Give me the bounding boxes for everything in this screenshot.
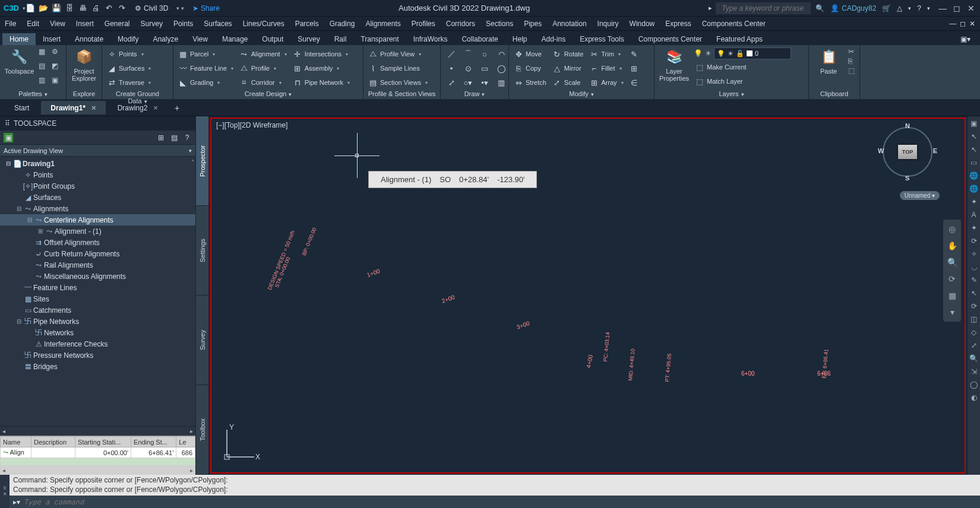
rt-icon-15[interactable]: ⟳ xyxy=(969,301,979,311)
grading-button[interactable]: ◣Grading▾ xyxy=(177,76,235,89)
menu-window[interactable]: Window xyxy=(630,20,655,28)
ribbon-tab-manage[interactable]: Manage xyxy=(215,33,255,45)
panel-title-draw[interactable]: Draw▾ xyxy=(444,89,505,99)
tree-item-surfaces[interactable]: ◢Surfaces xyxy=(0,192,195,203)
tree-item-drawing1[interactable]: ⊟📄Drawing1 xyxy=(0,158,195,169)
side-tab-settings[interactable]: Settings xyxy=(196,206,208,296)
toolspace-grip-icon[interactable]: ⠿ xyxy=(5,119,10,128)
doc-maximize-button[interactable]: ◻ xyxy=(960,20,966,28)
col-length[interactable]: Le xyxy=(176,437,195,447)
rt-icon-11[interactable]: ✧ xyxy=(969,249,979,259)
minimize-button[interactable]: — xyxy=(937,4,948,13)
copy-clip-icon[interactable]: ⎘ xyxy=(848,57,855,65)
menu-profiles[interactable]: Profiles xyxy=(412,20,435,28)
viewcube-w[interactable]: W xyxy=(878,147,884,154)
tree-expander-icon[interactable]: ⊟ xyxy=(26,217,33,223)
close-button[interactable]: ✕ xyxy=(966,4,976,13)
circle-icon[interactable]: ○ xyxy=(478,47,492,61)
layer-combo[interactable]: 💡 ☀ 🔓 0 xyxy=(714,47,791,59)
grid-hscroll[interactable]: ◂▸ xyxy=(0,465,195,475)
rt-icon-22[interactable]: ◐ xyxy=(969,393,979,402)
menu-file[interactable]: File xyxy=(5,20,16,28)
rt-icon-18[interactable]: ⤢ xyxy=(969,341,979,350)
layer-state-icon-2[interactable]: ☀ xyxy=(705,49,712,58)
hatch-icon[interactable]: ⤢ xyxy=(444,76,459,89)
col-name[interactable]: Name xyxy=(1,437,31,447)
ribbon-tab-annotate[interactable]: Annotate xyxy=(68,33,110,45)
region-icon[interactable]: ▥ xyxy=(494,76,508,89)
palette-icon-2[interactable]: ⚙ xyxy=(52,47,62,59)
menu-components-center[interactable]: Components Center xyxy=(702,20,766,28)
move-button[interactable]: ✥Move xyxy=(513,47,548,61)
viewcube[interactable]: TOP N S E W xyxy=(879,123,936,180)
nav-showmotion-icon[interactable]: ▦ xyxy=(946,290,958,301)
doc-tab-start[interactable]: Start xyxy=(5,101,39,115)
tree-item-alignment-1-[interactable]: ⊞⤳Alignment - (1) xyxy=(0,226,195,237)
menu-grading[interactable]: Grading xyxy=(330,20,355,28)
parcel-button[interactable]: ▦Parcel▾ xyxy=(177,47,235,61)
menu-points[interactable]: Points xyxy=(173,20,193,28)
save-icon[interactable]: 💾 xyxy=(52,4,61,13)
ribbon-tab-survey[interactable]: Survey xyxy=(290,33,327,45)
profile-button[interactable]: ⧍Profile▾ xyxy=(238,62,288,75)
doc-tab-add-button[interactable]: + xyxy=(170,103,184,113)
modify-misc2-icon[interactable]: ⊞ xyxy=(628,62,640,75)
tree-item-sites[interactable]: ▦Sites xyxy=(0,293,195,304)
tree-item-curb-return-alignments[interactable]: ⤾Curb Return Alignments xyxy=(0,248,195,259)
nav-pan-icon[interactable]: ✋ xyxy=(946,240,958,252)
palette-icon-5[interactable]: ▥ xyxy=(39,76,49,88)
rt-icon-20[interactable]: ⇲ xyxy=(969,367,979,376)
col-description[interactable]: Description xyxy=(31,437,75,447)
menu-sections[interactable]: Sections xyxy=(486,20,513,28)
doc-tab-drawing1-close-icon[interactable]: × xyxy=(91,103,96,112)
spline-icon[interactable]: ⊙ xyxy=(461,62,475,75)
palette-icon-3[interactable]: ▤ xyxy=(39,62,49,74)
ws-dd-icon[interactable]: ▾ ▾ xyxy=(176,5,184,11)
rt-icon-8[interactable]: A xyxy=(969,210,979,220)
menu-surfaces[interactable]: Surfaces xyxy=(204,20,232,28)
tree-item-alignments[interactable]: ⊟⤳Alignments xyxy=(0,203,195,214)
saveas-icon[interactable]: 🗄 xyxy=(65,4,74,13)
rt-icon-2[interactable]: ↖ xyxy=(969,132,979,141)
side-tab-prospector[interactable]: Prospector xyxy=(196,116,208,206)
tree-item-catchments[interactable]: ▭Catchments xyxy=(0,304,195,316)
doc-tab-drawing2-close-icon[interactable]: × xyxy=(153,103,158,112)
rt-icon-19[interactable]: 🔍 xyxy=(969,354,979,363)
toolspace-toolbar-icon-3[interactable]: ▤ xyxy=(169,133,179,142)
ribbon-tab-addins[interactable]: Add-ins xyxy=(534,33,573,45)
tree-item-feature-lines[interactable]: 〰Feature Lines xyxy=(0,282,195,293)
section-views-button[interactable]: ▤Section Views▾ xyxy=(367,76,429,89)
tree-item-pipe-networks[interactable]: ⊟卐Pipe Networks xyxy=(0,316,195,327)
nav-dd-icon[interactable]: ▾ xyxy=(946,306,958,318)
tree-item-offset-alignments[interactable]: ⇉Offset Alignments xyxy=(0,237,195,248)
ribbon-tab-components-center[interactable]: Components Center xyxy=(631,33,709,45)
tree-item-rail-alignments[interactable]: ⤳Rail Alignments xyxy=(0,259,195,271)
ribbon-tab-analyze[interactable]: Analyze xyxy=(146,33,185,45)
copy-button[interactable]: ⎘Copy xyxy=(513,62,548,75)
viewcube-s[interactable]: S xyxy=(905,174,909,182)
tree-item-pressure-networks[interactable]: 卐Pressure Networks xyxy=(0,350,195,361)
ribbon-overflow-icon[interactable]: ▣▾ xyxy=(953,33,978,45)
intersections-button[interactable]: ✛Intersections▾ xyxy=(292,47,351,61)
ribbon-tab-rail[interactable]: Rail xyxy=(327,33,354,45)
ribbon-tab-transparent[interactable]: Transparent xyxy=(353,33,406,45)
search-icon[interactable]: 🔍 xyxy=(815,4,824,12)
menu-annotation[interactable]: Annotation xyxy=(552,20,586,28)
maximize-button[interactable]: ◻ xyxy=(951,4,962,13)
rt-icon-4[interactable]: ▭ xyxy=(969,158,979,167)
tree-expander-icon[interactable]: ⊟ xyxy=(5,160,12,167)
redo-icon[interactable]: ↷ xyxy=(117,4,127,13)
rotate-button[interactable]: ↻Rotate xyxy=(551,47,584,61)
ribbon-tab-output[interactable]: Output xyxy=(255,33,290,45)
doc-close-button[interactable]: ✕ xyxy=(969,20,975,28)
side-tab-survey[interactable]: Survey xyxy=(196,296,208,385)
user-menu[interactable]: 👤 CADguy82 xyxy=(830,4,876,12)
trim-button[interactable]: ✂Trim▾ xyxy=(588,47,624,61)
menu-express[interactable]: Express xyxy=(665,20,691,28)
sample-lines-button[interactable]: ⌇Sample Lines xyxy=(367,62,429,75)
viewcube-top[interactable]: TOP xyxy=(898,145,917,159)
palette-icon-1[interactable]: ▦ xyxy=(39,47,49,59)
rt-icon-14[interactable]: ↖ xyxy=(969,288,979,298)
panel-title-palettes[interactable]: Palettes▾ xyxy=(4,89,62,99)
menu-edit[interactable]: Edit xyxy=(27,20,39,28)
